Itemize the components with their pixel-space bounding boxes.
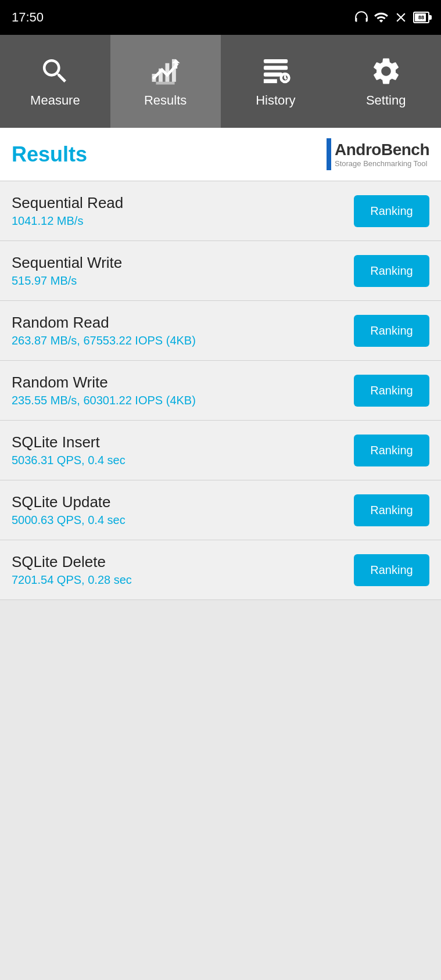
ranking-button[interactable]: Ranking [354,375,429,407]
result-value: 1041.12 MB/s [12,214,354,228]
tab-history-label: History [256,93,295,108]
brand-text: AndroBench Storage Benchmarking Tool [335,141,429,168]
result-item: Sequential Write515.97 MB/sRanking [0,241,441,301]
tab-results-label: Results [144,93,187,108]
ranking-button[interactable]: Ranking [354,315,429,347]
result-name: SQLite Insert [12,433,354,451]
result-value: 5036.31 QPS, 0.4 sec [12,454,354,467]
history-icon [260,55,292,87]
brand-name: AndroBench [335,141,429,159]
result-item: SQLite Insert5036.31 QPS, 0.4 secRanking [0,421,441,480]
tab-results[interactable]: Results [110,35,221,128]
ranking-button[interactable]: Ranking [354,435,429,466]
result-value: 5000.63 QPS, 0.4 sec [12,514,354,527]
brand-subtitle: Storage Benchmarking Tool [335,159,429,168]
tab-measure-label: Measure [30,93,80,108]
result-item: SQLite Update5000.63 QPS, 0.4 secRanking [0,480,441,540]
result-item: SQLite Delete7201.54 QPS, 0.28 secRankin… [0,540,441,600]
svg-rect-0 [152,74,156,82]
result-name: SQLite Delete [12,553,354,571]
svg-rect-2 [166,63,170,81]
tab-measure[interactable]: Measure [0,35,110,128]
results-header: Results AndroBench Storage Benchmarking … [0,128,441,181]
result-info: Random Read263.87 MB/s, 67553.22 IOPS (4… [12,314,354,347]
page-title: Results [12,142,87,167]
result-info: SQLite Insert5036.31 QPS, 0.4 sec [12,433,354,467]
brand-logo: AndroBench Storage Benchmarking Tool [327,138,429,170]
result-info: Sequential Write515.97 MB/s [12,254,354,288]
result-item: Sequential Read1041.12 MB/sRanking [0,181,441,241]
result-info: Random Write235.55 MB/s, 60301.22 IOPS (… [12,374,354,407]
ranking-button[interactable]: Ranking [354,494,429,526]
tab-setting[interactable]: Setting [331,35,441,128]
chart-icon [149,55,181,87]
result-info: SQLite Update5000.63 QPS, 0.4 sec [12,493,354,527]
svg-rect-1 [159,68,163,81]
results-list: Sequential Read1041.12 MB/sRankingSequen… [0,181,441,600]
result-info: SQLite Delete7201.54 QPS, 0.28 sec [12,553,354,587]
result-name: Random Write [12,374,354,392]
result-item: Random Read263.87 MB/s, 67553.22 IOPS (4… [0,301,441,361]
status-time: 17:50 [12,10,44,25]
navigation-tabs: Measure Results History [0,35,441,128]
brand-bar [327,138,331,170]
battery-level: 88 [418,15,424,20]
svg-rect-5 [264,66,288,70]
ranking-button[interactable]: Ranking [354,255,429,287]
tab-setting-label: Setting [366,93,406,108]
ranking-button[interactable]: Ranking [354,554,429,586]
result-value: 263.87 MB/s, 67553.22 IOPS (4KB) [12,334,354,347]
result-item: Random Write235.55 MB/s, 60301.22 IOPS (… [0,361,441,421]
search-icon [39,55,71,87]
headphone-icon [354,10,369,25]
result-value: 515.97 MB/s [12,274,354,288]
battery-indicator: 88 [413,12,429,23]
result-name: Random Read [12,314,354,332]
result-name: SQLite Update [12,493,354,511]
result-info: Sequential Read1041.12 MB/s [12,194,354,228]
status-bar: 17:50 88 [0,0,441,35]
result-name: Sequential Write [12,254,354,272]
result-name: Sequential Read [12,194,354,212]
svg-rect-6 [264,72,282,76]
tab-history[interactable]: History [221,35,331,128]
settings-icon [370,55,402,87]
result-value: 235.55 MB/s, 60301.22 IOPS (4KB) [12,394,354,407]
status-icons: 88 [354,10,429,25]
x-icon [393,10,408,25]
ranking-button[interactable]: Ranking [354,195,429,227]
svg-rect-4 [264,59,288,63]
wifi-icon [374,10,389,25]
result-value: 7201.54 QPS, 0.28 sec [12,573,354,587]
